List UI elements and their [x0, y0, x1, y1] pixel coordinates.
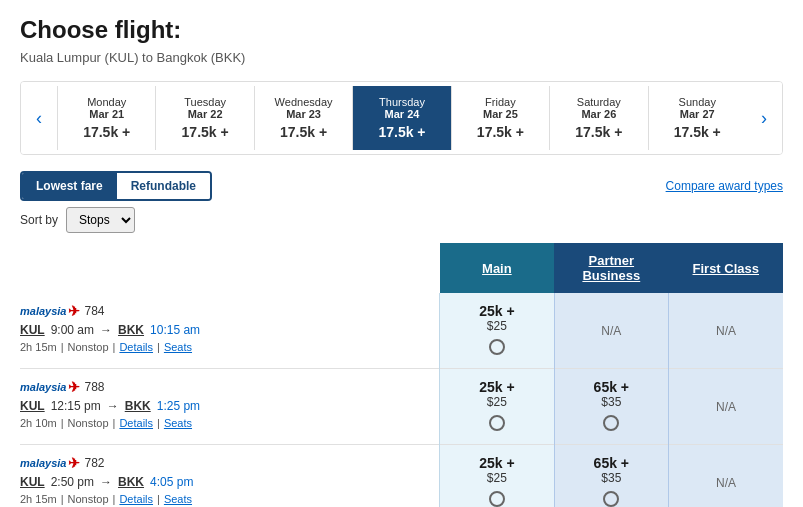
stops-0: Nonstop	[68, 341, 109, 353]
seats-link-1[interactable]: Seats	[164, 417, 192, 429]
page-title: Choose flight:	[20, 16, 783, 44]
flight-info-2: malaysia ✈ 782 KUL 2:50 pm → BKK 4:05 pm…	[20, 445, 440, 508]
dep-airport-2: KUL	[20, 475, 45, 489]
fare-tabs: Lowest fare Refundable	[20, 171, 212, 201]
first-price-1: N/A	[669, 369, 783, 445]
arr-time-2: 4:05 pm	[150, 475, 193, 489]
main-price-1: 25k + $25	[440, 369, 554, 445]
stops-2: Nonstop	[68, 493, 109, 505]
arr-time-0: 10:15 am	[150, 323, 200, 337]
main-col-header: Main	[440, 243, 554, 293]
dep-time-2: 2:50 pm	[51, 475, 94, 489]
arr-airport-2: BKK	[118, 475, 144, 489]
flight-number-2: 782	[84, 456, 104, 470]
lowest-fare-tab[interactable]: Lowest fare	[22, 173, 117, 199]
partner-price-0: N/A	[554, 293, 668, 369]
flight-number-1: 788	[84, 380, 104, 394]
partner-price-2: 65k +$35	[554, 445, 668, 508]
compare-award-link[interactable]: Compare award types	[666, 179, 783, 193]
partner-radio-2[interactable]	[603, 491, 619, 507]
duration-1: 2h 10m	[20, 417, 57, 429]
main-radio-1[interactable]	[489, 415, 505, 431]
seats-link-2[interactable]: Seats	[164, 493, 192, 505]
main-price-0: 25k + $25	[440, 293, 554, 369]
route-subtitle: Kuala Lumpur (KUL) to Bangkok (BKK)	[20, 50, 783, 65]
date-item-1[interactable]: Tuesday Mar 22 17.5k +	[155, 86, 253, 150]
date-item-6[interactable]: Sunday Mar 27 17.5k +	[648, 86, 746, 150]
flight-info-0: malaysia ✈ 784 KUL 9:00 am → BKK 10:15 a…	[20, 293, 440, 369]
partner-price-1: 65k +$35	[554, 369, 668, 445]
partner-col-link2[interactable]: Business	[582, 268, 640, 283]
airline-name-2: malaysia ✈	[20, 455, 80, 471]
route-arrow-0: →	[100, 323, 112, 337]
sort-dropdown[interactable]: Stops	[66, 207, 135, 233]
flight-table: Main Partner Business First Class malays…	[20, 243, 783, 507]
seats-link-0[interactable]: Seats	[164, 341, 192, 353]
main-col-link[interactable]: Main	[482, 261, 512, 276]
arr-airport-0: BKK	[118, 323, 144, 337]
table-row: malaysia ✈ 784 KUL 9:00 am → BKK 10:15 a…	[20, 293, 783, 369]
main-radio-0[interactable]	[489, 339, 505, 355]
route-arrow-2: →	[100, 475, 112, 489]
date-selector: ‹ Monday Mar 21 17.5k + Tuesday Mar 22 1…	[20, 81, 783, 155]
arr-time-1: 1:25 pm	[157, 399, 200, 413]
flight-info-1: malaysia ✈ 788 KUL 12:15 pm → BKK 1:25 p…	[20, 369, 440, 445]
date-item-0[interactable]: Monday Mar 21 17.5k +	[57, 86, 155, 150]
first-price-2: N/A	[669, 445, 783, 508]
duration-2: 2h 15m	[20, 493, 57, 505]
flight-number-0: 784	[84, 304, 104, 318]
next-date-arrow[interactable]: ›	[746, 82, 782, 154]
table-row: malaysia ✈ 788 KUL 12:15 pm → BKK 1:25 p…	[20, 369, 783, 445]
details-link-1[interactable]: Details	[119, 417, 153, 429]
date-item-2[interactable]: Wednesday Mar 23 17.5k +	[254, 86, 352, 150]
dep-airport-1: KUL	[20, 399, 45, 413]
date-item-4[interactable]: Friday Mar 25 17.5k +	[451, 86, 549, 150]
first-col-header: First Class	[669, 243, 783, 293]
partner-radio-1[interactable]	[603, 415, 619, 431]
details-link-0[interactable]: Details	[119, 341, 153, 353]
main-radio-2[interactable]	[489, 491, 505, 507]
airline-name-1: malaysia ✈	[20, 379, 80, 395]
date-item-3[interactable]: Thursday Mar 24 17.5k +	[352, 86, 450, 150]
sort-by-label: Sort by	[20, 213, 58, 227]
main-price-2: 25k + $25	[440, 445, 554, 508]
first-price-0: N/A	[669, 293, 783, 369]
date-item-5[interactable]: Saturday Mar 26 17.5k +	[549, 86, 647, 150]
partner-col-header: Partner Business	[554, 243, 668, 293]
airline-name-0: malaysia ✈	[20, 303, 80, 319]
dep-airport-0: KUL	[20, 323, 45, 337]
first-col-link[interactable]: First Class	[693, 261, 759, 276]
refundable-tab[interactable]: Refundable	[117, 173, 210, 199]
dep-time-1: 12:15 pm	[51, 399, 101, 413]
table-row: malaysia ✈ 782 KUL 2:50 pm → BKK 4:05 pm…	[20, 445, 783, 508]
prev-date-arrow[interactable]: ‹	[21, 82, 57, 154]
stops-1: Nonstop	[68, 417, 109, 429]
dep-time-0: 9:00 am	[51, 323, 94, 337]
partner-col-link[interactable]: Partner	[589, 253, 635, 268]
arr-airport-1: BKK	[125, 399, 151, 413]
route-arrow-1: →	[107, 399, 119, 413]
details-link-2[interactable]: Details	[119, 493, 153, 505]
duration-0: 2h 15m	[20, 341, 57, 353]
